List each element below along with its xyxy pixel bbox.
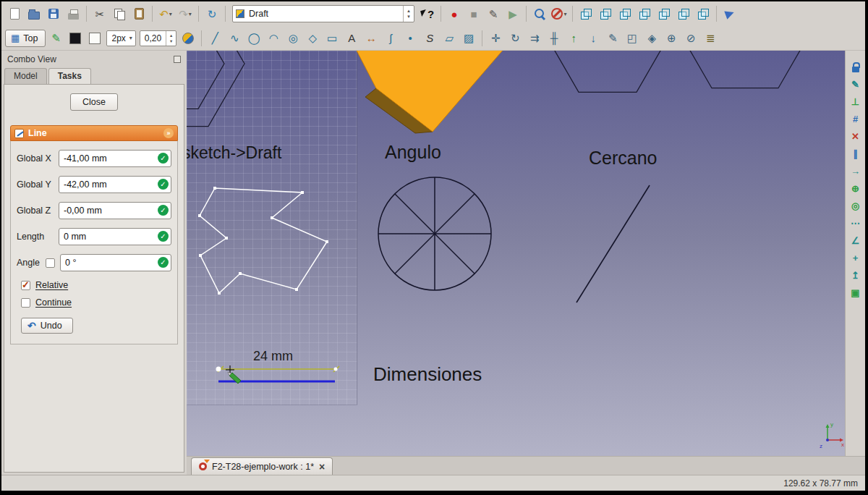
length-input[interactable] xyxy=(59,228,171,245)
global-y-input[interactable] xyxy=(59,176,171,193)
whats-this-icon[interactable]: ? xyxy=(418,4,437,23)
navigation-cursor-icon[interactable] xyxy=(720,4,739,23)
open-document-icon[interactable] xyxy=(25,4,43,23)
snap-special-icon[interactable]: + xyxy=(848,250,864,266)
draft-shapestring-icon[interactable]: S xyxy=(420,29,439,48)
line-color-swatch[interactable] xyxy=(66,29,85,48)
view-front-icon[interactable] xyxy=(596,4,615,23)
snap-working-plane-icon[interactable]: ▣ xyxy=(848,285,864,300)
new-document-icon[interactable] xyxy=(5,4,24,23)
snap-intersection-icon[interactable]: ✕ xyxy=(848,129,864,144)
document-tab[interactable]: F2-T28-ejemplo-work : 1* × xyxy=(191,457,333,475)
orange-solid[interactable] xyxy=(355,51,505,133)
snap-near-icon[interactable]: ⋯ xyxy=(848,216,864,231)
draft-text-icon[interactable]: A xyxy=(342,29,361,48)
draft-circle-icon[interactable]: ◯ xyxy=(244,29,263,48)
global-z-input[interactable] xyxy=(59,202,171,219)
draft-style-icon[interactable]: ✎ xyxy=(46,29,65,48)
draft-join-icon[interactable]: ⊕ xyxy=(662,29,681,48)
snap-midpoint-icon[interactable]: ⊥ xyxy=(848,94,864,109)
draft-arc-icon[interactable]: ◠ xyxy=(264,29,283,48)
macro-stop-icon[interactable]: ■ xyxy=(464,4,483,23)
draft-facebinder-icon[interactable]: ▱ xyxy=(440,29,459,48)
hexagon-wireframes-top-left[interactable] xyxy=(187,51,244,127)
dimension-value-label[interactable]: 24 mm xyxy=(253,349,293,364)
view-right-icon[interactable] xyxy=(635,4,654,23)
paste-icon[interactable] xyxy=(129,4,148,23)
angle-circle[interactable] xyxy=(378,177,491,290)
draft-offset-icon[interactable]: ⇉ xyxy=(525,29,544,48)
tab-tasks[interactable]: Tasks xyxy=(48,68,91,84)
draft-line-icon[interactable]: ╱ xyxy=(205,29,224,48)
save-icon[interactable] xyxy=(44,4,63,23)
redo-icon[interactable]: ↷▾ xyxy=(176,4,195,23)
draft-subelement-icon[interactable]: ◈ xyxy=(642,29,661,48)
draft-dimension-icon[interactable]: ↔ xyxy=(362,29,380,48)
annotation-sketch-draft[interactable]: sketch->Draft xyxy=(187,143,281,163)
line-width-select[interactable]: 2px▾ xyxy=(106,30,135,46)
draft-edit-icon[interactable]: ✎ xyxy=(603,29,622,48)
draft-split-icon[interactable]: ⊘ xyxy=(681,29,700,48)
snap-angle-icon[interactable]: ∠ xyxy=(848,233,864,248)
undo-icon[interactable]: ↶▾ xyxy=(156,4,175,23)
snap-lock-icon[interactable] xyxy=(848,59,864,75)
snap-center-icon[interactable]: ⊕ xyxy=(848,181,864,196)
draft-wire-white[interactable] xyxy=(198,187,328,295)
spinbox-arrows[interactable]: ▴▾ xyxy=(166,31,176,46)
global-x-input[interactable] xyxy=(59,150,171,167)
line-task-header[interactable]: Line » xyxy=(10,125,178,141)
face-color-swatch[interactable] xyxy=(85,29,104,48)
refresh-icon[interactable]: ↻ xyxy=(203,4,221,23)
collapse-task-icon[interactable]: » xyxy=(163,128,174,138)
print-icon[interactable] xyxy=(64,4,82,23)
draft-rotate-icon[interactable]: ↻ xyxy=(506,29,524,48)
tab-model[interactable]: Model xyxy=(4,68,47,84)
scale-spinbox[interactable]: 0,20▴▾ xyxy=(140,30,176,46)
view-left-icon[interactable] xyxy=(694,4,712,23)
snap-parallel-icon[interactable]: ∥ xyxy=(848,146,864,161)
view-top-icon[interactable] xyxy=(616,4,634,23)
view-axonometric-icon[interactable] xyxy=(576,4,595,23)
draft-trimex-icon[interactable]: ╫ xyxy=(545,29,563,48)
cercano-line[interactable] xyxy=(576,185,650,302)
macro-play-icon[interactable]: ▶ xyxy=(503,4,522,23)
hexagons-top-right[interactable] xyxy=(550,51,812,92)
view-rear-icon[interactable] xyxy=(655,4,673,23)
snap-passive-icon[interactable]: ◎ xyxy=(848,198,864,213)
workbench-selector[interactable]: Draft▴▾ xyxy=(232,5,414,22)
3d-viewport[interactable]: x y z sketch->Draft Angulo Cercano Dimen… xyxy=(187,51,845,456)
relative-checkbox[interactable] xyxy=(21,281,30,290)
undo-button[interactable]: ↶ Undo xyxy=(21,318,73,334)
annotation-cercano[interactable]: Cercano xyxy=(589,148,658,169)
draft-upgrade-icon[interactable]: ↑ xyxy=(564,29,583,48)
snap-endpoint-icon[interactable]: ✎ xyxy=(848,77,864,92)
draft-hatch-icon[interactable]: ▨ xyxy=(459,29,478,48)
draft-scale-icon[interactable]: ◰ xyxy=(623,29,642,48)
dock-toggle-icon[interactable] xyxy=(174,56,181,63)
draft-bspline-icon[interactable]: ʃ xyxy=(381,29,400,48)
annotation-angulo[interactable]: Angulo xyxy=(385,142,441,163)
snap-grid-icon[interactable]: # xyxy=(848,111,864,127)
draft-move-icon[interactable]: ✛ xyxy=(486,29,505,48)
snap-dimensions-icon[interactable]: ↥ xyxy=(848,268,864,283)
view-bottom-icon[interactable] xyxy=(674,4,693,23)
draft-polygon-icon[interactable]: ◇ xyxy=(303,29,322,48)
draft-rectangle-icon[interactable]: ▭ xyxy=(323,29,341,48)
draft-point-icon[interactable]: • xyxy=(401,29,420,48)
copy-icon[interactable] xyxy=(110,4,129,23)
close-document-icon[interactable]: × xyxy=(319,461,325,473)
draw-style-icon[interactable]: ▾ xyxy=(550,4,569,23)
zoom-fit-icon[interactable] xyxy=(530,4,549,23)
annotation-dimensiones[interactable]: Dimensiones xyxy=(373,363,482,386)
angle-lock-checkbox[interactable] xyxy=(46,258,55,268)
combo-spin-arrows[interactable]: ▴▾ xyxy=(403,6,414,22)
draft-layer-icon[interactable]: ≣ xyxy=(701,29,720,48)
apply-style-icon[interactable] xyxy=(179,29,197,48)
working-plane-button[interactable]: ▦Top xyxy=(5,30,46,47)
angle-input[interactable] xyxy=(60,254,171,271)
close-button[interactable]: Close xyxy=(70,93,118,111)
macro-record-icon[interactable]: ● xyxy=(445,4,464,23)
snap-extension-icon[interactable]: → xyxy=(848,164,864,179)
cut-icon[interactable]: ✂ xyxy=(90,4,109,23)
continue-checkbox[interactable] xyxy=(21,298,30,308)
